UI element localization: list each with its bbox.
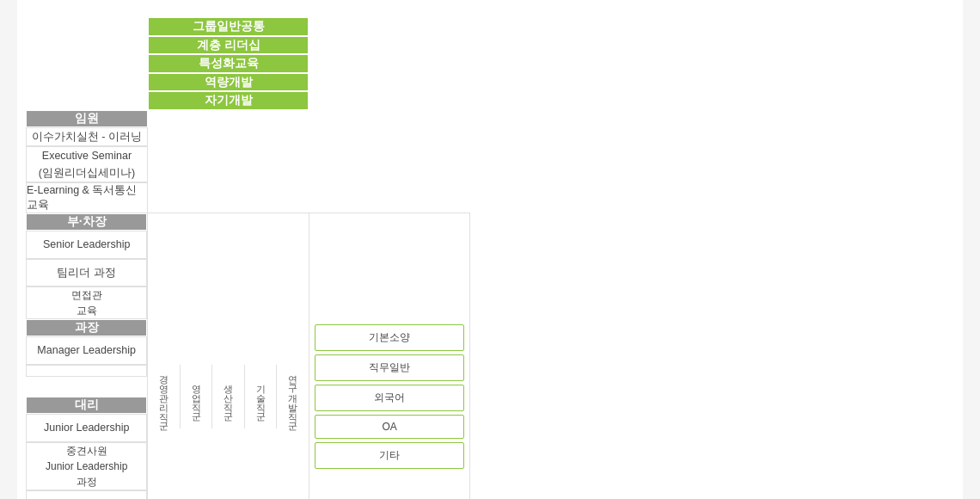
header-self-dev: 자기개발 xyxy=(148,91,309,110)
isoo-cell: 이수가치실천 - 이러닝 xyxy=(26,127,148,146)
subcol-production: 생산직군 xyxy=(212,365,245,428)
subcol-rnd: 연구개발직군 xyxy=(277,365,309,428)
manager-leadership-cell: Manager Leadership xyxy=(26,336,147,365)
jagi-job: 직무일반 xyxy=(315,354,465,381)
label-executive: 임원 xyxy=(26,110,148,127)
jagi-basic: 기본소양 xyxy=(315,324,465,351)
row-bujachang: 부·차장 Senior Leadership 팀리더 과정 면접관 교육 경영관… xyxy=(26,213,954,320)
executive-seminar-cell: Executive Seminar (임원리더십세미나) xyxy=(26,146,148,182)
label-bujachang: 부·차장 xyxy=(26,213,147,231)
header-row: 그룹일반공통 계층 리더십 특성화교육 역량개발 자기개발 xyxy=(26,17,954,110)
jagi-foreign: 외국어 xyxy=(315,385,465,411)
elearning-cell: E-Learning & 독서통신교육 xyxy=(26,182,148,213)
header-special: 특성화교육 xyxy=(148,54,309,73)
header-competency: 역량개발 xyxy=(148,73,309,92)
jagi-other: 기타 xyxy=(315,442,465,469)
competency-subcols: 경영관리직군 영업직군 생산직군 기술직군 연구개발직군 xyxy=(148,213,309,499)
row-executive: 임원 이수가치실천 - 이러닝 Executive Seminar (임원리더십… xyxy=(26,110,954,213)
senior-leadership-cell: Senior Leadership xyxy=(26,231,147,259)
interview-cell: 면접관 교육 xyxy=(26,286,147,319)
header-hierarchy: 계층 리더십 xyxy=(148,36,309,55)
subcol-management: 경영관리직군 xyxy=(148,365,181,428)
manager-special-empty xyxy=(26,365,147,377)
jagi-oa: OA xyxy=(315,415,465,439)
self-dev-items: 기본소양 직무일반 외국어 OA 기타 xyxy=(309,213,470,499)
team-leader-cell: 팀리더 과정 xyxy=(26,259,147,287)
label-gwajang: 과장 xyxy=(26,319,147,336)
main-container: 그룹일반공통 계층 리더십 특성화교육 역량개발 자기개발 xyxy=(17,0,963,499)
daeri-special-empty xyxy=(26,490,147,499)
junior-leadership-cell: Junior Leadership xyxy=(26,414,147,442)
header-group-common: 그룹일반공통 xyxy=(148,17,309,36)
training-matrix: 그룹일반공통 계층 리더십 특성화교육 역량개발 자기개발 xyxy=(26,17,954,499)
header-empty xyxy=(26,17,148,110)
label-daeri: 대리 xyxy=(26,397,147,414)
subcol-sales: 영업직군 xyxy=(181,365,213,428)
junggun-cell: 중견사원 Junior Leadership 과정 xyxy=(26,442,147,490)
subcol-tech: 기술직군 xyxy=(245,365,278,428)
